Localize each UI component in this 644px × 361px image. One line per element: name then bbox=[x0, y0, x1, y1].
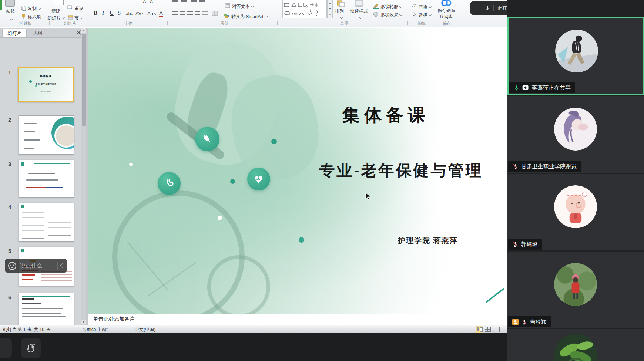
save-baidu-button[interactable]: 保存到百 bbox=[435, 7, 457, 14]
smartart-icon bbox=[224, 13, 230, 18]
char-spacing-dropdown-icon bbox=[142, 12, 145, 15]
slide-thumbnail-4[interactable] bbox=[19, 203, 74, 242]
mic-muted-icon bbox=[521, 319, 527, 325]
font-dialog-launcher[interactable] bbox=[164, 21, 168, 25]
normal-view-button[interactable] bbox=[476, 326, 483, 333]
tab-slides[interactable]: 幻灯片 bbox=[2, 29, 27, 37]
align-text-label: 对齐文本 bbox=[232, 4, 250, 9]
shape-glyphs bbox=[283, 0, 326, 17]
replace-button[interactable]: 替换 bbox=[419, 4, 431, 10]
font-color-label: A bbox=[159, 10, 163, 16]
reset-button[interactable]: 重设 bbox=[74, 6, 83, 12]
panel-scrollbar[interactable]: ▲ ▼ bbox=[81, 28, 86, 325]
participant-tile[interactable]: 吉珍颖 bbox=[507, 252, 644, 328]
line-spacing-icon[interactable] bbox=[199, 0, 205, 2]
align-left-icon[interactable] bbox=[172, 11, 178, 16]
shape-outline-dropdown-icon bbox=[399, 5, 402, 8]
shapes-gallery-scroll[interactable]: ▲▼≡ bbox=[327, 0, 333, 18]
copy-button[interactable]: 复制 bbox=[28, 6, 40, 12]
italic-button[interactable]: I bbox=[102, 10, 104, 16]
tab-outline[interactable]: 大纲 bbox=[27, 29, 48, 37]
align-distribute-icon[interactable] bbox=[202, 11, 208, 16]
slide-thumbnail-1[interactable]: 集体备课 专业-老年保健与管理 护理学院 蒋燕萍 bbox=[18, 67, 74, 102]
participant-name-label: 甘肃卫生职业学院谢岚 bbox=[508, 161, 581, 172]
drawing-dialog-launcher[interactable] bbox=[404, 21, 408, 25]
character-spacing-button[interactable]: AV bbox=[135, 11, 145, 16]
numbering-icon[interactable] bbox=[181, 0, 187, 2]
select-dropdown-icon bbox=[429, 13, 432, 16]
avatar bbox=[554, 334, 597, 361]
bold-button[interactable]: B bbox=[94, 10, 97, 16]
slide-thumbnail-2[interactable] bbox=[19, 115, 74, 155]
slide-canvas[interactable]: 集体备课 专业-老年保健与管理 护理学院 蒋燕萍 bbox=[88, 28, 507, 314]
collapse-chevron-icon[interactable] bbox=[60, 263, 65, 268]
slide-thumbnail-3[interactable] bbox=[19, 160, 74, 198]
font-color-button[interactable]: A bbox=[159, 10, 163, 17]
paragraph-dialog-launcher[interactable] bbox=[274, 21, 278, 25]
bullets-icon[interactable] bbox=[172, 0, 178, 2]
panel-scroll-thumb[interactable] bbox=[82, 34, 86, 126]
panel-scroll-up[interactable]: ▲ bbox=[81, 28, 86, 33]
participant-name: 吉珍颖 bbox=[530, 318, 547, 325]
paste-dropdown-icon[interactable] bbox=[10, 17, 13, 20]
status-slide-info: 幻灯片 第 1 张, 共 10 张 bbox=[3, 327, 50, 333]
align-right-icon[interactable] bbox=[187, 11, 193, 16]
columns-icon[interactable] bbox=[212, 11, 218, 16]
new-slide-button[interactable]: 新建 bbox=[47, 8, 64, 14]
notes-placeholder[interactable]: 单击此处添加备注 bbox=[93, 316, 135, 323]
slide-thumbnail-6[interactable] bbox=[19, 293, 74, 325]
reading-view-button[interactable] bbox=[493, 327, 500, 332]
notes-bar[interactable]: 单击此处添加备注 bbox=[88, 314, 507, 325]
select-button[interactable]: 选择 bbox=[419, 12, 431, 18]
participant-tile[interactable] bbox=[507, 329, 644, 361]
copy-dropdown-icon bbox=[38, 7, 41, 10]
slide-number: 4 bbox=[8, 204, 16, 210]
clipboard-group-label: 剪贴板 bbox=[0, 21, 51, 26]
reset-icon bbox=[67, 5, 73, 10]
slide-title: 集体备课 bbox=[299, 104, 473, 127]
new-slide-label2: 幻灯片 bbox=[47, 16, 61, 21]
shadow-button[interactable]: S bbox=[118, 10, 121, 16]
format-painter-icon bbox=[21, 14, 26, 19]
strikethrough-button[interactable]: abc bbox=[126, 11, 133, 16]
convert-smartart-button[interactable]: 转换为 SmartArt bbox=[231, 14, 267, 20]
section-label: 节 bbox=[74, 16, 79, 21]
shape-outline-button[interactable]: 形状轮廓 bbox=[380, 4, 402, 10]
replace-icon: ac bbox=[412, 4, 417, 9]
replace-dropdown-icon bbox=[429, 5, 432, 8]
participant-tile[interactable]: 甘肃卫生职业学院谢岚 bbox=[507, 96, 644, 173]
align-justify-icon[interactable] bbox=[195, 11, 200, 16]
participant-tile[interactable]: 郭璐璐 bbox=[507, 174, 644, 250]
participant-tile[interactable]: 蒋燕萍正在共享 bbox=[507, 17, 644, 95]
raise-hand-button[interactable] bbox=[21, 338, 41, 358]
mic-on-icon bbox=[513, 85, 520, 91]
align-text-button[interactable]: 对齐文本 bbox=[232, 3, 254, 10]
toolbar-left-partial-button[interactable] bbox=[0, 338, 12, 358]
quick-styles-button[interactable]: 快速样式 bbox=[350, 8, 368, 14]
arrange-button[interactable]: 排列 bbox=[335, 8, 344, 14]
sharing-icon bbox=[522, 85, 529, 91]
format-painter-button[interactable]: 格式刷 bbox=[28, 14, 41, 20]
emoji-icon[interactable] bbox=[8, 262, 17, 270]
paste-button[interactable]: 粘贴 bbox=[3, 8, 18, 14]
panel-scroll-down[interactable]: ▼ bbox=[81, 320, 86, 324]
chat-quick-overlay[interactable]: 说点什么... bbox=[5, 259, 67, 273]
clipboard-dialog-launcher[interactable] bbox=[46, 21, 50, 25]
slide-sorter-view-button[interactable] bbox=[485, 327, 490, 331]
deco-dot bbox=[271, 139, 277, 144]
thumb1-title: 集体备课 bbox=[19, 74, 73, 78]
shapes-gallery[interactable] bbox=[282, 0, 327, 18]
avatar bbox=[554, 263, 597, 306]
font-size-buttons[interactable]: A A bbox=[143, 0, 155, 4]
participant-name: 蒋燕萍正在共享 bbox=[532, 84, 571, 91]
indent-icon[interactable] bbox=[191, 0, 197, 2]
change-case-button[interactable]: Aa bbox=[147, 11, 157, 16]
align-center-icon[interactable] bbox=[180, 11, 185, 16]
underline-button[interactable]: U bbox=[110, 10, 114, 16]
thumb1-author: 护理学院 蒋燕萍 bbox=[19, 91, 73, 92]
chat-input-placeholder[interactable]: 说点什么... bbox=[20, 262, 54, 269]
slides-panel: 幻灯片 大纲 1 集体备课 专业-老年保健与管理 护理学院 蒋燕萍 2 bbox=[0, 28, 86, 325]
save-baidu-button-line2[interactable]: 度网盘 bbox=[435, 14, 457, 20]
drawing-group-label: 绘图 bbox=[280, 21, 409, 26]
shape-effects-button[interactable]: 形状效果 bbox=[380, 12, 402, 18]
